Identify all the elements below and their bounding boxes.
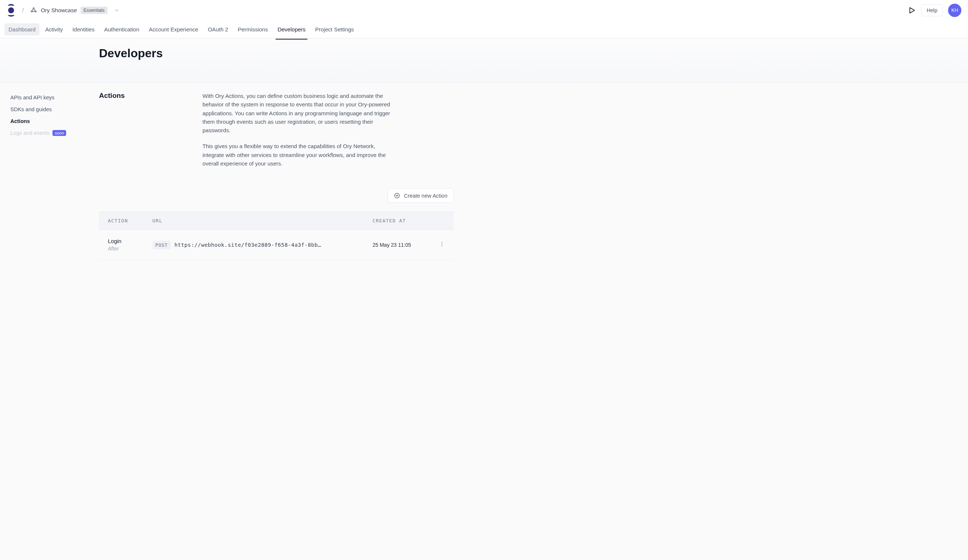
play-icon[interactable] [908,6,916,15]
project-name: Ory Showcase [41,7,77,13]
project-icon [30,7,37,14]
sidenav-item-label: SDKs and guides [10,106,52,112]
tab-project-settings[interactable]: Project Settings [311,23,358,35]
action-url: https://webhook.site/f03e2889-f658-4a3f-… [174,242,321,248]
create-action-button[interactable]: Create new Action [388,188,454,203]
tab-authentication[interactable]: Authentication [100,23,143,35]
svg-point-2 [35,11,36,12]
section-desc-p2: This gives you a flexible way to extend … [202,142,394,168]
tab-nav: Dashboard Activity Identities Authentica… [0,21,968,38]
plus-circle-icon [394,192,400,199]
col-action: ACTION [99,212,144,230]
sidenav-item-logs: Logs and events soon [10,127,89,139]
section-description: With Ory Actions, you can define custom … [202,92,394,168]
plan-badge: Essentials [81,7,108,14]
create-action-label: Create new Action [404,193,448,199]
topbar: / Ory Showcase Essentials Help KH [0,0,968,21]
page-title: Developers [99,46,968,60]
svg-point-0 [33,7,35,9]
svg-point-6 [441,246,442,246]
sidenav-item-actions[interactable]: Actions [10,115,89,127]
tab-activity[interactable]: Activity [41,23,67,35]
tab-account-experience[interactable]: Account Experience [145,23,202,35]
sidenav-item-label: Logs and events [10,130,50,136]
sidenav-item-label: APIs and API keys [10,94,54,101]
section-desc-p1: With Ory Actions, you can define custom … [202,92,394,134]
tab-oauth2[interactable]: OAuth 2 [204,23,232,35]
chevron-down-icon[interactable] [114,8,119,13]
svg-point-5 [441,244,442,245]
sidenav-item-apis[interactable]: APIs and API keys [10,92,89,103]
actions-table: ACTION URL CREATED AT Login After POSTht… [99,212,454,260]
created-at: 25 May 23 11:05 [373,242,411,248]
logo-icon[interactable] [7,5,15,16]
col-url: URL [144,212,364,230]
sidenav-item-sdks[interactable]: SDKs and guides [10,103,89,115]
action-phase: After [108,246,135,252]
breadcrumb-separator: / [22,7,24,14]
help-button[interactable]: Help [921,5,943,16]
soon-badge: soon [53,130,66,136]
section-title: Actions [99,92,173,168]
http-method-badge: POST [152,241,171,249]
tab-permissions[interactable]: Permissions [234,23,272,35]
svg-point-1 [31,11,33,12]
page-hero: Developers [0,38,968,83]
col-created: CREATED AT [363,212,430,230]
sidenav-item-label: Actions [10,118,30,124]
more-vertical-icon[interactable] [439,241,445,247]
tab-dashboard[interactable]: Dashboard [5,23,40,35]
main-content: Actions With Ory Actions, you can define… [99,83,491,275]
svg-point-4 [441,242,442,243]
table-row[interactable]: Login After POSThttps://webhook.site/f03… [99,230,454,260]
tab-identities[interactable]: Identities [68,23,99,35]
sidenav: APIs and API keys SDKs and guides Action… [0,83,99,275]
breadcrumb[interactable]: Ory Showcase Essentials [30,7,119,14]
avatar[interactable]: KH [948,4,961,17]
action-name: Login [108,238,135,244]
tab-developers[interactable]: Developers [273,23,310,35]
